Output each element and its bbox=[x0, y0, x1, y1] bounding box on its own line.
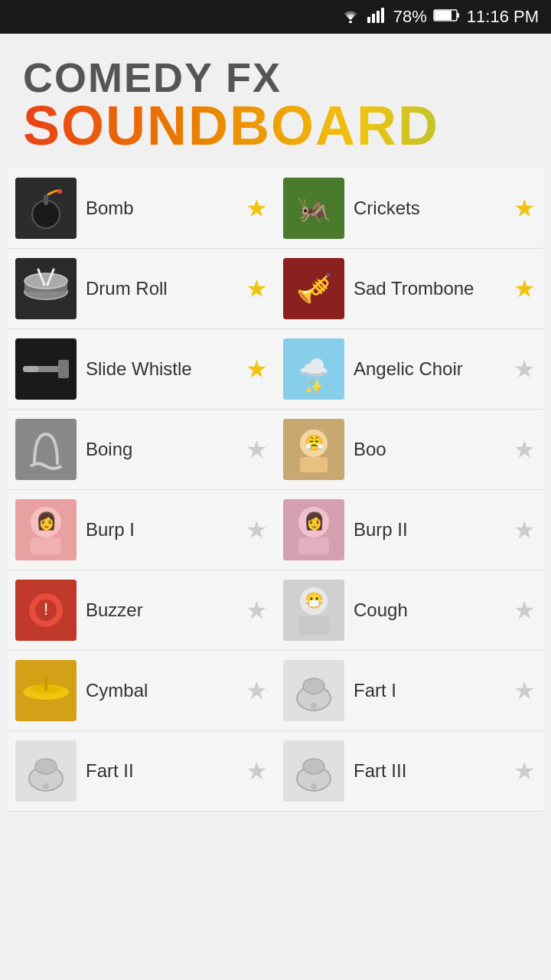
svg-rect-7 bbox=[435, 11, 452, 20]
thumb-fart-i bbox=[283, 660, 344, 721]
label-crickets: Crickets bbox=[354, 198, 504, 219]
star-drumroll[interactable]: ★ bbox=[246, 274, 268, 303]
battery-text: 78% bbox=[393, 7, 427, 27]
thumb-boo: 😤 bbox=[283, 419, 344, 480]
sound-item-buzzer[interactable]: !Buzzer★ bbox=[8, 570, 276, 651]
star-boing[interactable]: ★ bbox=[246, 435, 268, 464]
label-cymbal: Cymbal bbox=[86, 680, 236, 701]
svg-point-61 bbox=[43, 783, 49, 789]
sound-item-cough[interactable]: 😷Cough★ bbox=[276, 570, 543, 651]
thumb-angelic-choir: ☁️✨ bbox=[283, 338, 344, 400]
star-burp-i[interactable]: ★ bbox=[246, 515, 268, 544]
label-fart-ii: Fart II bbox=[86, 760, 236, 782]
svg-rect-10 bbox=[44, 194, 48, 205]
app-title: COMEDY FX bbox=[23, 57, 528, 98]
label-angelic-choir: Angelic Choir bbox=[354, 358, 504, 380]
label-sad-trombone: Sad Trombone bbox=[354, 278, 504, 299]
star-fart-ii[interactable]: ★ bbox=[246, 756, 268, 786]
svg-rect-53 bbox=[44, 674, 47, 691]
label-fart-iii: Fart III bbox=[354, 760, 504, 782]
svg-rect-49 bbox=[298, 616, 329, 635]
star-slide-whistle[interactable]: ★ bbox=[246, 354, 268, 384]
sound-item-sad-trombone[interactable]: 🎺Sad Trombone★ bbox=[276, 249, 543, 329]
label-boo: Boo bbox=[354, 439, 504, 460]
thumb-bomb bbox=[15, 178, 77, 239]
sound-item-slide-whistle[interactable]: Slide Whistle★ bbox=[8, 329, 276, 410]
svg-text:😤: 😤 bbox=[305, 433, 324, 452]
svg-text:🎺: 🎺 bbox=[296, 270, 333, 305]
svg-rect-1 bbox=[367, 17, 370, 23]
sound-item-fart-i[interactable]: Fart I★ bbox=[276, 651, 543, 731]
app-subtitle: SOUNDBOARD bbox=[23, 98, 528, 153]
svg-rect-41 bbox=[298, 537, 329, 554]
sound-item-boo[interactable]: 😤Boo★ bbox=[276, 410, 543, 490]
thumb-cough: 😷 bbox=[283, 580, 344, 641]
sound-item-crickets[interactable]: 🦗Crickets★ bbox=[276, 168, 543, 249]
thumb-sad-trombone: 🎺 bbox=[283, 258, 344, 319]
svg-point-11 bbox=[57, 189, 62, 194]
sound-item-angelic-choir[interactable]: ☁️✨Angelic Choir★ bbox=[276, 329, 543, 410]
svg-point-57 bbox=[311, 703, 317, 709]
svg-rect-29 bbox=[15, 419, 77, 480]
battery-icon bbox=[433, 7, 461, 27]
thumb-crickets: 🦗 bbox=[283, 178, 344, 239]
sound-item-burp-ii[interactable]: 👩Burp II★ bbox=[276, 490, 543, 570]
thumb-burp-ii: 👩 bbox=[283, 499, 344, 560]
star-burp-ii[interactable]: ★ bbox=[514, 515, 536, 544]
app-header: COMEDY FX SOUNDBOARD bbox=[0, 34, 551, 168]
star-cymbal[interactable]: ★ bbox=[246, 676, 268, 705]
sound-item-boing[interactable]: Boing★ bbox=[8, 410, 276, 490]
svg-rect-24 bbox=[23, 366, 38, 372]
label-burp-i: Burp I bbox=[86, 519, 236, 541]
svg-text:👩: 👩 bbox=[304, 511, 325, 531]
thumb-boing bbox=[15, 419, 77, 480]
label-boing: Boing bbox=[86, 439, 236, 460]
svg-text:🦗: 🦗 bbox=[297, 191, 331, 224]
label-slide-whistle: Slide Whistle bbox=[86, 358, 236, 380]
sound-item-fart-ii[interactable]: Fart II★ bbox=[8, 731, 276, 812]
sound-item-fart-iii[interactable]: Fart III★ bbox=[276, 731, 543, 812]
svg-point-17 bbox=[24, 273, 67, 289]
star-boo[interactable]: ★ bbox=[514, 435, 536, 464]
signal-icon bbox=[367, 6, 387, 28]
svg-rect-4 bbox=[381, 8, 384, 23]
star-crickets[interactable]: ★ bbox=[514, 194, 536, 223]
label-drumroll: Drum Roll bbox=[86, 278, 236, 299]
star-fart-iii[interactable]: ★ bbox=[514, 756, 536, 786]
thumb-slide-whistle bbox=[15, 338, 77, 400]
svg-rect-37 bbox=[31, 537, 61, 554]
svg-rect-3 bbox=[377, 11, 380, 23]
star-bomb[interactable]: ★ bbox=[246, 194, 268, 223]
svg-rect-25 bbox=[58, 360, 69, 378]
svg-text:✨: ✨ bbox=[305, 377, 324, 396]
sound-item-burp-i[interactable]: 👩Burp I★ bbox=[8, 490, 276, 570]
thumb-burp-i: 👩 bbox=[15, 499, 77, 560]
star-cough[interactable]: ★ bbox=[514, 596, 536, 625]
label-burp-ii: Burp II bbox=[354, 519, 504, 541]
star-sad-trombone[interactable]: ★ bbox=[514, 274, 536, 303]
svg-rect-6 bbox=[457, 13, 459, 18]
wifi-icon bbox=[340, 6, 361, 28]
svg-point-0 bbox=[349, 21, 352, 23]
star-angelic-choir[interactable]: ★ bbox=[514, 354, 536, 384]
svg-rect-2 bbox=[372, 14, 375, 23]
label-cough: Cough bbox=[354, 599, 504, 621]
thumb-fart-iii bbox=[283, 740, 344, 802]
thumb-fart-ii bbox=[15, 740, 77, 802]
status-bar: 78% 11:16 PM bbox=[0, 0, 551, 34]
label-buzzer: Buzzer bbox=[86, 599, 236, 621]
label-bomb: Bomb bbox=[86, 198, 236, 219]
svg-point-64 bbox=[303, 759, 324, 774]
svg-text:!: ! bbox=[44, 599, 48, 619]
sound-item-bomb[interactable]: Bomb★ bbox=[8, 168, 276, 249]
sound-item-drumroll[interactable]: Drum Roll★ bbox=[8, 249, 276, 329]
time-display: 11:16 PM bbox=[467, 7, 539, 27]
thumb-cymbal bbox=[15, 660, 77, 721]
star-buzzer[interactable]: ★ bbox=[246, 596, 268, 625]
sound-item-cymbal[interactable]: Cymbal★ bbox=[8, 651, 276, 731]
star-fart-i[interactable]: ★ bbox=[514, 676, 536, 705]
svg-text:😷: 😷 bbox=[305, 591, 324, 609]
svg-point-60 bbox=[35, 759, 57, 774]
thumb-drumroll bbox=[15, 258, 77, 319]
svg-point-56 bbox=[303, 678, 324, 694]
